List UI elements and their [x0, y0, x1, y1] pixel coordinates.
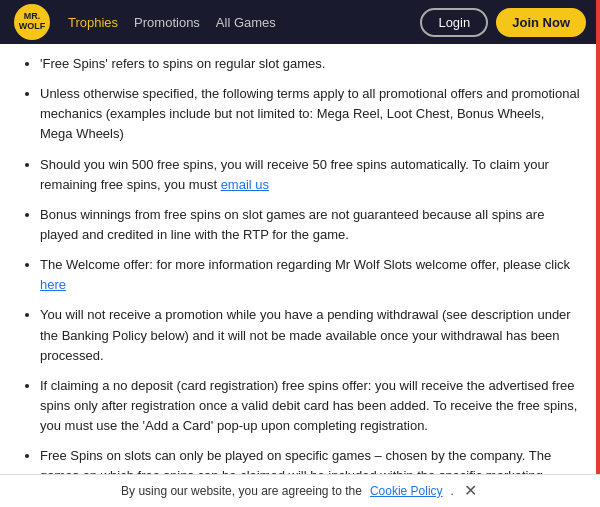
list-item: Unless otherwise specified, the followin… — [40, 84, 580, 144]
list-item: You will not receive a promotion while y… — [40, 305, 580, 365]
nav-promotions[interactable]: Promotions — [134, 15, 200, 30]
list-item: The Welcome offer: for more information … — [40, 255, 580, 295]
list-item: If claiming a no deposit (card registrat… — [40, 376, 580, 436]
header-buttons: Login Join Now — [420, 8, 586, 37]
here-link[interactable]: here — [40, 277, 66, 292]
email-us-link[interactable]: email us — [221, 177, 269, 192]
item-text: You will not receive a promotion while y… — [40, 307, 571, 362]
list-item: Should you win 500 free spins, you will … — [40, 155, 580, 195]
cookie-policy-link[interactable]: Cookie Policy — [370, 484, 443, 498]
cookie-text-before: By using our website, you are agreeing t… — [121, 484, 362, 498]
cookie-text-after: . — [451, 484, 454, 498]
login-button[interactable]: Login — [420, 8, 488, 37]
item-text-before: Should you win 500 free spins, you will … — [40, 157, 549, 192]
scroll-indicator — [596, 0, 600, 507]
item-text: If claiming a no deposit (card registrat… — [40, 378, 577, 433]
nav-trophies[interactable]: Trophies — [68, 15, 118, 30]
item-text: 'Free Spins' refers to spins on regular … — [40, 56, 325, 71]
cookie-close-button[interactable]: ✕ — [462, 483, 479, 499]
header: MR. WOLF Trophies Promotions All Games L… — [0, 0, 600, 44]
list-item: Bonus winnings from free spins on slot g… — [40, 205, 580, 245]
join-button[interactable]: Join Now — [496, 8, 586, 37]
logo: MR. WOLF — [14, 4, 50, 40]
list-item: 'Free Spins' refers to spins on regular … — [40, 54, 580, 74]
main-content: 'Free Spins' refers to spins on regular … — [0, 44, 600, 507]
nav-all-games[interactable]: All Games — [216, 15, 276, 30]
nav: Trophies Promotions All Games — [68, 15, 402, 30]
item-text: Bonus winnings from free spins on slot g… — [40, 207, 544, 242]
cookie-bar: By using our website, you are agreeing t… — [0, 474, 600, 507]
terms-list: 'Free Spins' refers to spins on regular … — [20, 54, 580, 507]
item-text: Unless otherwise specified, the followin… — [40, 86, 580, 141]
logo-icon: MR. WOLF — [14, 4, 50, 40]
item-text-before: The Welcome offer: for more information … — [40, 257, 570, 272]
